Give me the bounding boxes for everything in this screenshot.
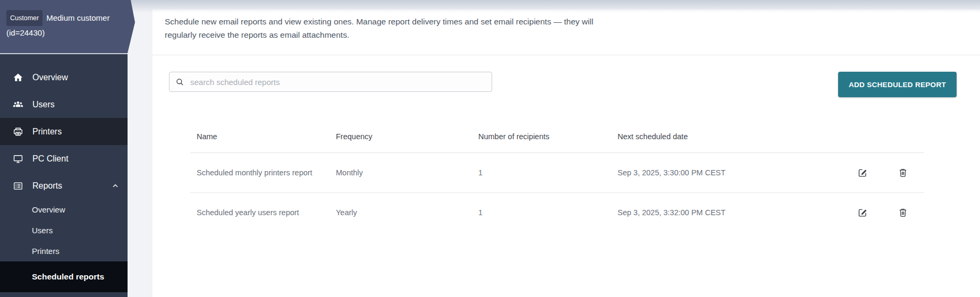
sidebar-item-reports[interactable]: Reports [0,172,128,199]
cell-name: Scheduled monthly printers report [190,153,330,193]
sidebar-subitem-label: Printers [32,247,60,256]
sidebar-item-label: Overview [32,73,68,82]
sidebar-subitem-reports-printers[interactable]: Printers [0,241,128,261]
column-header-name: Name [190,121,330,153]
table-header-row: Name Frequency Number of recipients Next… [190,121,924,153]
add-scheduled-report-button[interactable]: ADD SCHEDULED REPORT [838,72,957,97]
search-box[interactable] [169,72,492,92]
page-description: Schedule new email reports and view exis… [165,15,627,41]
content-card: Schedule new email reports and view exis… [153,10,980,297]
customer-header: CustomerMedium customer (id=24430) [0,0,136,53]
main-content: Schedule new email reports and view exis… [128,0,980,297]
chevron-up-icon[interactable] [111,182,120,190]
cell-name: Scheduled yearly users report [190,193,330,233]
scheduled-reports-table: Name Frequency Number of recipients Next… [190,121,924,232]
delete-icon[interactable] [898,207,908,218]
sidebar-item-printers[interactable]: Printers [0,118,128,145]
column-header-frequency: Frequency [330,121,472,153]
section-divider [153,55,980,55]
table-row: Scheduled monthly printers report Monthl… [190,153,924,193]
cell-recipients: 1 [472,153,611,193]
edit-icon[interactable] [857,167,868,178]
sidebar-subitem-label: Users [32,226,53,235]
column-header-actions [802,121,924,153]
printer-icon [13,126,23,137]
sidebar-item-users[interactable]: Users [0,91,128,118]
edit-icon[interactable] [857,207,868,218]
sidebar-subitem-scheduled-reports[interactable]: Scheduled reports [0,261,128,292]
cell-next-date: Sep 3, 2025, 3:30:00 PM CEST [611,153,802,193]
reports-icon [13,181,23,191]
sidebar-subitem-label: Scheduled reports [32,272,104,282]
sidebar-item-label: Users [32,100,55,109]
toolbar: ADD SCHEDULED REPORT [153,72,980,97]
table-row: Scheduled yearly users report Yearly 1 S… [190,193,924,233]
sidebar-nav: Overview Users [0,54,128,297]
cell-frequency: Yearly [330,193,472,233]
sidebar-item-pc-client[interactable]: PC Client [0,145,128,172]
sidebar-subitem-label: Overview [32,205,65,214]
cell-recipients: 1 [472,193,611,233]
sidebar-subitem-reports-overview[interactable]: Overview [0,199,128,220]
home-icon [13,72,23,83]
column-header-next-date: Next scheduled date [611,121,802,153]
monitor-icon [13,154,23,164]
search-input[interactable] [189,77,486,87]
cell-frequency: Monthly [330,153,472,193]
column-header-recipients: Number of recipients [472,121,611,153]
sidebar-item-label: PC Client [32,154,69,164]
cell-next-date: Sep 3, 2025, 3:32:00 PM CEST [611,193,802,233]
sidebar-subitem-reports-users[interactable]: Users [0,220,128,241]
sidebar-item-label: Printers [32,127,62,137]
sidebar: CustomerMedium customer (id=24430) Overv… [0,0,128,297]
users-icon [13,99,23,110]
delete-icon[interactable] [898,167,908,178]
sidebar-item-label: Reports [32,181,62,191]
customer-badge: Customer [6,10,43,26]
search-icon [175,77,185,87]
sidebar-item-overview[interactable]: Overview [0,64,128,91]
